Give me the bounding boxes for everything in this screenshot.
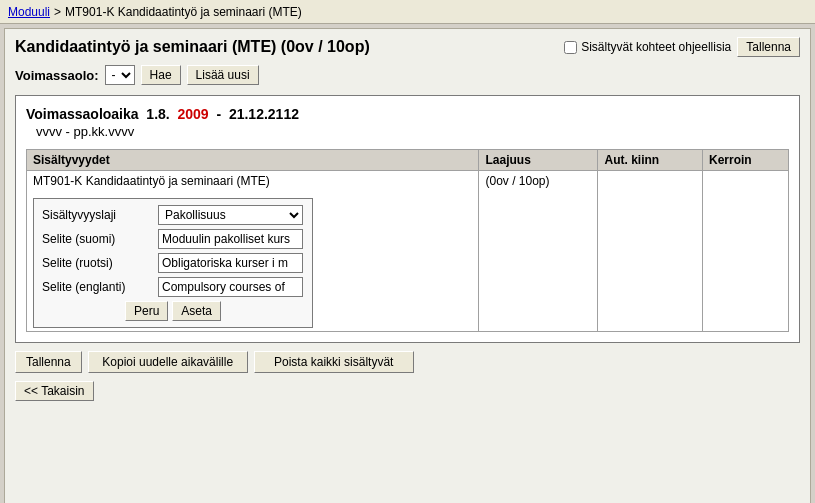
page-title: Kandidaatintyö ja seminaari (MTE) (0ov /… — [15, 38, 370, 56]
save-button-top[interactable]: Tallenna — [737, 37, 800, 57]
cell-aut-kiinn — [598, 171, 703, 332]
add-new-button[interactable]: Lisää uusi — [187, 65, 259, 85]
header-right: Sisältyvät kohteet ohjeellisia Tallenna — [564, 37, 800, 57]
row-name: MT901-K Kandidaatintyö ja seminaari (MTE… — [33, 174, 472, 188]
peru-button[interactable]: Peru — [125, 301, 168, 321]
form-row-type: Sisältyvyyslaji Pakollisuus Valinnainen … — [42, 205, 304, 225]
selite-englanti-label: Selite (englanti) — [42, 280, 152, 294]
delete-button[interactable]: Poista kaikki sisältyvät — [254, 351, 414, 373]
validity-row: Voimassaolo: - Hae Lisää uusi — [15, 65, 800, 85]
table-row: MT901-K Kandidaatintyö ja seminaari (MTE… — [27, 171, 789, 332]
header-row: Kandidaatintyö ja seminaari (MTE) (0ov /… — [15, 37, 800, 57]
col-aut-kiinn: Aut. kiinn — [598, 150, 703, 171]
selite-englanti-input[interactable] — [158, 277, 303, 297]
sub-form-buttons: Peru Aseta — [42, 301, 304, 321]
type-label: Sisältyvyyslaji — [42, 208, 152, 222]
validity-label: Voimassaolo: — [15, 68, 99, 83]
save-button-bottom[interactable]: Tallenna — [15, 351, 82, 373]
validity-select[interactable]: - — [105, 65, 135, 85]
search-button[interactable]: Hae — [141, 65, 181, 85]
col-sisaltyvyydet: Sisältyvyydet — [27, 150, 479, 171]
col-kerroin: Kerroin — [702, 150, 788, 171]
main-area: Kandidaatintyö ja seminaari (MTE) (0ov /… — [4, 28, 811, 503]
validity-start-year: 2009 — [178, 106, 209, 122]
back-button[interactable]: << Takaisin — [15, 381, 94, 401]
optional-checkbox-text: Sisältyvät kohteet ohjeellisia — [581, 40, 731, 54]
validity-prefix: Voimassaoloaika — [26, 106, 139, 122]
aseta-button[interactable]: Aseta — [172, 301, 221, 321]
validity-format: vvvv - pp.kk.vvvv — [26, 124, 789, 139]
form-row-ruotsi: Selite (ruotsi) — [42, 253, 304, 273]
contents-table: Sisältyvyydet Laajuus Aut. kiinn Kerroin… — [26, 149, 789, 332]
validity-start-date: 1.8. — [146, 106, 169, 122]
col-laajuus: Laajuus — [479, 150, 598, 171]
validity-end-date: 21.12.2112 — [229, 106, 299, 122]
validity-line: Voimassaoloaika 1.8. 2009 - 21.12.2112 — [26, 106, 789, 122]
sub-form: Sisältyvyyslaji Pakollisuus Valinnainen … — [33, 198, 313, 328]
optional-checkbox-label[interactable]: Sisältyvät kohteet ohjeellisia — [564, 40, 731, 54]
validity-format-text: vvvv - pp.kk.vvvv — [36, 124, 134, 139]
table-header-row: Sisältyvyydet Laajuus Aut. kiinn Kerroin — [27, 150, 789, 171]
selite-suomi-input[interactable] — [158, 229, 303, 249]
bottom-buttons: Tallenna Kopioi uudelle aikavälille Pois… — [15, 351, 800, 373]
validity-dash: - — [216, 106, 221, 122]
type-select[interactable]: Pakollisuus Valinnainen Vapaaehtoinen — [158, 205, 303, 225]
nav-module-link[interactable]: Moduuli — [8, 5, 50, 19]
nav-current: MT901-K Kandidaatintyö ja seminaari (MTE… — [65, 5, 302, 19]
cell-laajuus: (0ov / 10op) — [479, 171, 598, 332]
back-btn-row: << Takaisin — [15, 381, 800, 401]
cell-name: MT901-K Kandidaatintyö ja seminaari (MTE… — [27, 171, 479, 332]
breadcrumb: Moduuli > MT901-K Kandidaatintyö ja semi… — [0, 0, 815, 24]
optional-checkbox[interactable] — [564, 41, 577, 54]
form-row-englanti: Selite (englanti) — [42, 277, 304, 297]
selite-ruotsi-input[interactable] — [158, 253, 303, 273]
nav-separator: > — [54, 5, 61, 19]
content-box: Voimassaoloaika 1.8. 2009 - 21.12.2112 v… — [15, 95, 800, 343]
copy-button[interactable]: Kopioi uudelle aikavälille — [88, 351, 248, 373]
selite-suomi-label: Selite (suomi) — [42, 232, 152, 246]
form-row-suomi: Selite (suomi) — [42, 229, 304, 249]
selite-ruotsi-label: Selite (ruotsi) — [42, 256, 152, 270]
cell-kerroin — [702, 171, 788, 332]
